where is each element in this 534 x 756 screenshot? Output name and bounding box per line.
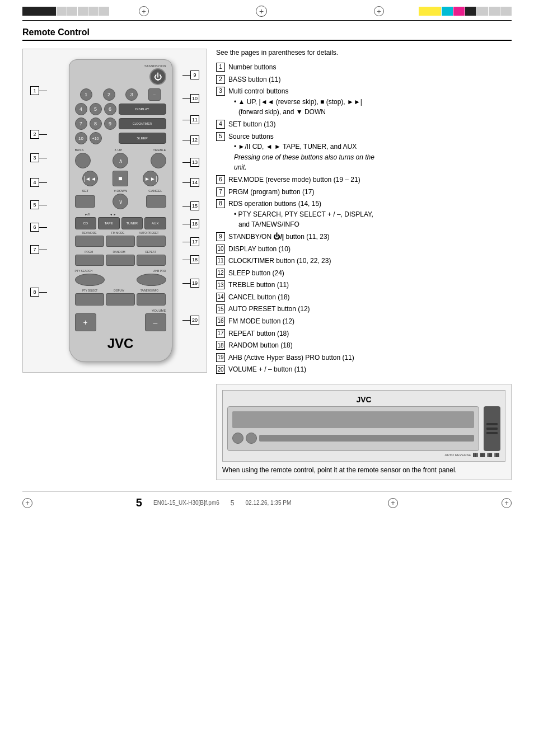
sleep-button[interactable]: SLEEP	[119, 133, 166, 144]
bass-button[interactable]	[75, 153, 91, 168]
callout-7: 7	[30, 245, 47, 254]
callout-4: 4	[30, 178, 47, 187]
btn-1[interactable]: 1	[80, 88, 92, 101]
callout-18: 18	[182, 255, 199, 264]
item-text-17: REPEAT button (18)	[228, 328, 289, 339]
treble-button[interactable]	[151, 153, 166, 168]
btn-3[interactable]: 3	[125, 88, 138, 101]
page-info: 5 EN01-15_UX-H30[B]f.pm6 5 02.12.26, 1:3…	[136, 496, 291, 509]
vol-minus-button[interactable]: –	[145, 313, 166, 331]
item-text-10: DISPLAY button (10)	[228, 244, 291, 255]
bass-up-treble-row: ∧	[75, 153, 166, 168]
item-number-2: 2	[216, 75, 225, 84]
btn-plus10[interactable]: +10	[90, 132, 102, 144]
reg-mark-right: +	[374, 6, 384, 16]
revmode-button[interactable]	[75, 236, 104, 247]
item-number-3: 3	[216, 87, 225, 96]
tuner-button[interactable]: TUNER	[121, 217, 143, 229]
item-number-19: 19	[216, 353, 225, 362]
aux-button[interactable]: AUX	[144, 217, 166, 229]
repeat-button[interactable]	[137, 255, 166, 266]
ahb-button[interactable]	[137, 274, 166, 286]
reg-mark-left: +	[139, 6, 149, 16]
remote-image-container: 1 2 3 4	[22, 49, 207, 373]
device-jvc-label: JVC	[227, 395, 500, 404]
callout-1: 1	[30, 86, 47, 95]
top-color-bar-right	[388, 7, 512, 16]
tens-row: 10 +10 SLEEP	[75, 132, 166, 144]
btn-4[interactable]: 4	[75, 103, 87, 115]
set-down-cancel-row: SET ∨ DOWN CANCEL	[75, 189, 166, 192]
display-row: 4 5 6 DISPLAY	[75, 103, 166, 115]
bottom-center-reg: +	[388, 498, 398, 508]
bar-r-7	[500, 7, 512, 16]
bar-r-3	[453, 7, 465, 16]
callout-8: 8	[30, 288, 47, 297]
page-number: 5	[136, 496, 142, 509]
clock-button[interactable]: CLOCK/TIMER	[119, 118, 166, 129]
item-number-4: 4	[216, 120, 225, 129]
pty-select-button[interactable]	[75, 293, 104, 306]
list-item: 20 VOLUME + / – button (11)	[216, 364, 512, 375]
btn-5[interactable]: 5	[90, 103, 102, 115]
section-title: Remote Control	[22, 27, 512, 41]
down-button[interactable]: ∨	[113, 194, 128, 209]
autopreset-button[interactable]	[137, 236, 166, 247]
callout-12: 12	[182, 135, 199, 144]
bottom-right-reg: +	[495, 498, 512, 508]
remote-body: STANDBY/ON ⏻ 1 2 3 ···	[69, 59, 172, 362]
display-button[interactable]: DISPLAY	[119, 104, 166, 115]
btn-7[interactable]: 7	[75, 118, 87, 130]
rev-fm-preset-row	[75, 236, 166, 247]
clock-row: 7 8 9 CLOCK/TIMER	[75, 118, 166, 130]
pty-sel-disp-labels: PTY SELECT DISPLAY TA/NEWS INFO	[75, 289, 166, 292]
set-btns-row: ∨	[75, 194, 166, 209]
display2-button[interactable]	[106, 293, 135, 306]
bar-seg-3	[67, 7, 77, 16]
item-text-7: PRGM (program) button (17)	[228, 187, 314, 198]
bar-r-1	[419, 7, 441, 16]
cancel-label-remote: CANCEL	[144, 189, 166, 192]
left-callouts: 1 2 3 4	[30, 54, 47, 297]
fwd-skip-button[interactable]: ►►|	[143, 171, 158, 186]
list-item: 1 Number buttons	[216, 62, 512, 73]
down-label-remote: ∨ DOWN	[114, 189, 128, 192]
callout-13: 13	[182, 158, 199, 167]
ta-news-button[interactable]	[137, 293, 166, 306]
jvc-logo: JVC	[75, 336, 166, 351]
up-button[interactable]: ∧	[113, 153, 128, 168]
tape-button[interactable]: TAPE	[98, 217, 120, 229]
cd-button[interactable]: CD	[75, 217, 97, 229]
btn-2[interactable]: 2	[103, 88, 115, 101]
bar-seg-6	[99, 7, 109, 16]
cancel-button-remote[interactable]	[146, 195, 166, 208]
rev-skip-button[interactable]: |◄◄	[82, 171, 98, 186]
list-item: 10 DISPLAY button (10)	[216, 244, 512, 255]
transport-row: |◄◄ ■ ►►|	[75, 171, 166, 186]
btn-dots[interactable]: ···	[148, 88, 161, 101]
btn-6[interactable]: 6	[104, 103, 116, 115]
set-button[interactable]	[75, 195, 95, 208]
bar-r-6	[489, 7, 500, 16]
callout-6: 6	[30, 223, 47, 232]
volume-label-row: VOLUME	[75, 309, 166, 312]
btn-8[interactable]: 8	[90, 118, 102, 130]
bar-r-4	[465, 7, 476, 16]
fmmode-button[interactable]	[106, 236, 135, 247]
prgm-button[interactable]	[75, 255, 104, 266]
list-item: 13 TREBLE button (11)	[216, 280, 512, 290]
pty-search-button[interactable]	[75, 274, 105, 286]
item-number-6: 6	[216, 175, 225, 184]
num-row-1: 1 2 3 ···	[75, 88, 166, 101]
stop-button[interactable]: ■	[113, 171, 128, 186]
item-number-9: 9	[216, 232, 225, 241]
list-item: 15 AUTO PRESET button (12)	[216, 304, 512, 314]
item-text-2: BASS button (11)	[228, 74, 280, 85]
item-number-7: 7	[216, 187, 225, 196]
btn-10[interactable]: 10	[75, 132, 87, 144]
btn-9[interactable]: 9	[104, 118, 116, 130]
vol-plus-button[interactable]: +	[75, 313, 96, 331]
item-text-16: FM MODE button (12)	[228, 316, 294, 327]
random-button[interactable]	[106, 255, 135, 266]
standby-button[interactable]: ⏻	[149, 68, 166, 85]
